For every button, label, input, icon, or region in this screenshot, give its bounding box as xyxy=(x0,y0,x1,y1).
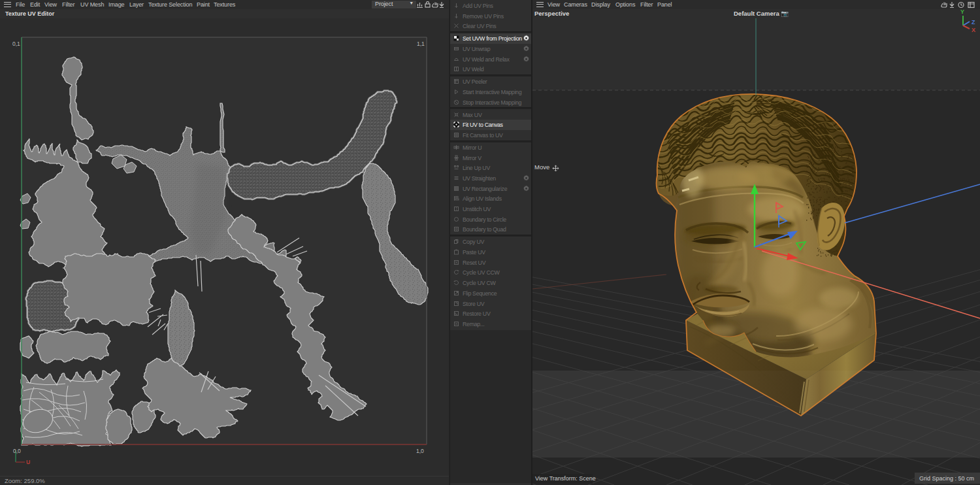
svg-text:Y: Y xyxy=(960,8,964,15)
svg-text:Z: Z xyxy=(972,19,975,25)
svg-text:U: U xyxy=(26,459,30,465)
svg-text:X: X xyxy=(972,27,975,33)
